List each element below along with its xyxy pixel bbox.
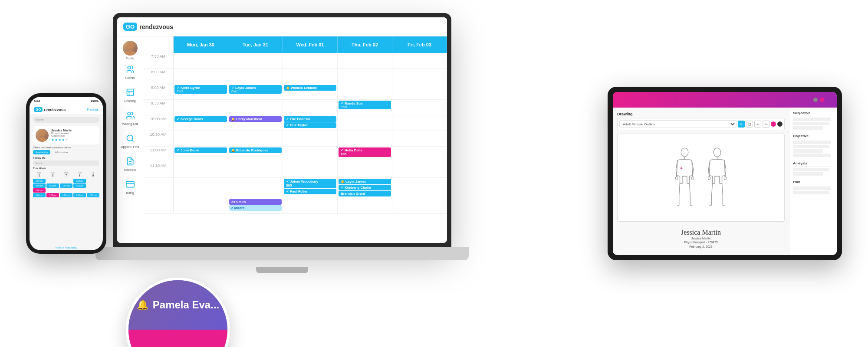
time-eve (143, 198, 174, 213)
tablet-side: Subjective Objective (789, 108, 837, 255)
cal-cell-thu-1100[interactable]: ✓ Holly Dalle $95 (338, 147, 392, 162)
appointment[interactable]: ✓ Kiera Byrne Paid (174, 85, 227, 94)
body-select[interactable]: Adult Female Outline (619, 120, 736, 128)
soap-objective-label: Objective (793, 134, 833, 139)
tablet-main: Drawing Adult Female Outline ✏ ◻ ↩ ↪ (613, 108, 789, 255)
cal-cell (338, 69, 392, 84)
apt-name: ✓ Elle Padeski (286, 117, 334, 121)
appointment[interactable]: ✓ Holly Dalle $95 (339, 147, 391, 157)
cal-cell (283, 131, 338, 146)
appointment[interactable]: 🔔 Eduardo Rodriguez (229, 147, 282, 153)
charting-icon (124, 86, 136, 98)
cal-cell-thu-pm[interactable]: 🔔 Layla James ✓ Kimberly Clarke Brendan … (338, 178, 392, 198)
cal-cell (228, 178, 283, 198)
appointment[interactable]: 🔔 Harry Mansfield (229, 116, 282, 122)
undo-tool[interactable]: ↩ (754, 121, 761, 128)
slot-item[interactable]: 9:00 am (73, 183, 86, 188)
sidebar-item-charting[interactable]: Charting (117, 83, 143, 106)
slot-item[interactable]: 1:00 pm (60, 183, 72, 188)
cal-cell-tue-900[interactable]: ✓ Layla James Paid (228, 84, 283, 99)
slot-empty (46, 179, 59, 183)
slot-item[interactable]: 5:00 pm (46, 183, 59, 188)
appointment[interactable]: ✓ Randa Sue Paid (339, 101, 391, 109)
apt-name: ✓ Paul Fuller (286, 190, 334, 193)
follow-up-select[interactable]: Select... (33, 160, 99, 166)
drawing-canvas (617, 134, 785, 222)
cal-cell-tue-1000[interactable]: 🔔 Harry Mansfield (228, 115, 283, 131)
tablet-screen: Drawing Adult Female Outline ✏ ◻ ↩ ↪ (613, 92, 837, 255)
tablet-header (613, 92, 837, 108)
sidebar-item-clients[interactable]: Clients (117, 60, 143, 83)
sidebar-item-receipts[interactable]: Receipts (117, 152, 143, 175)
apt-name: Brendan Grant (341, 192, 389, 196)
laptop-device: GO rendezvous Profile (113, 13, 451, 247)
day-wed: Wed7 (60, 171, 72, 177)
tab-information[interactable]: Information (52, 150, 70, 154)
appointment[interactable]: ✓ Erik Taylor (284, 122, 336, 128)
cal-cell-mon-1000[interactable]: ✓ George Davis (174, 115, 228, 131)
pencil-tool[interactable]: ✏ (738, 121, 745, 128)
slot-item[interactable]: 1:00 pm (33, 193, 46, 197)
appointment[interactable]: ✓ Johan Woodbury $95 (284, 179, 336, 188)
cal-cell-wed-900[interactable]: 🔔 William Leblanc (283, 84, 338, 99)
appointment[interactable]: ✓ Layla James Paid (229, 85, 282, 94)
appointment[interactable]: ✓ George Davis (174, 116, 227, 122)
slot-item[interactable]: 9:00 am (73, 179, 86, 183)
cal-cell-tue-1100[interactable]: 🔔 Eduardo Rodriguez (228, 147, 283, 162)
calendar-body: 7:30 AM 8:00 AM (143, 53, 447, 243)
color-pink-btn[interactable] (771, 121, 776, 127)
cal-cell (174, 162, 228, 177)
apt-sub: Paid (341, 105, 389, 108)
color-dark-btn[interactable] (777, 121, 783, 127)
svg-point-16 (681, 167, 683, 170)
soap-subjective-label: Subjective (793, 111, 833, 116)
redo-tool[interactable]: ↪ (763, 121, 769, 128)
cal-cell (392, 162, 447, 177)
soap-subjective: Subjective (793, 111, 833, 130)
soap-lines (793, 168, 833, 176)
cal-cell-mon-1100[interactable]: ✓ John Doule (174, 147, 228, 162)
appointment[interactable]: 🔔 Layla James (339, 179, 391, 184)
slot-item[interactable]: 3:00 pm (33, 183, 46, 188)
appointment[interactable]: 🔔 William Leblanc (284, 85, 336, 91)
day-mon: Mon5 (33, 171, 46, 177)
slot-item[interactable]: 2:00 pm (87, 193, 99, 197)
soap-analysis-label: Analysis (793, 161, 833, 167)
appointment[interactable]: ✓ Elle Padeski (284, 116, 336, 122)
cal-cell (283, 69, 338, 84)
cal-cell-wed-1000[interactable]: ✓ Elle Padeski ✓ Erik Taylor (283, 115, 338, 131)
slot-item[interactable]: 5:00 pm (46, 193, 59, 197)
slot-item[interactable]: 5:00 pm (33, 188, 46, 193)
cal-cell-wed-pm[interactable]: ✓ Johan Woodbury $95 ✓ Paul Fuller (283, 178, 338, 198)
sidebar-item-waiting[interactable]: Waiting List (117, 106, 143, 129)
appointment[interactable]: Brendan Grant (339, 191, 391, 196)
appointment[interactable]: ✓ John Doule (174, 147, 227, 153)
sidebar-label-waiting: Waiting List (122, 122, 138, 125)
view-all-link[interactable]: View All Availability (30, 245, 103, 250)
slot-item[interactable]: 2:00 pm (33, 179, 46, 183)
eraser-tool[interactable]: ◻ (746, 121, 753, 128)
tab-availability[interactable]: Availability (33, 150, 50, 154)
language-btn[interactable]: Français (87, 108, 99, 111)
cal-cell (338, 131, 392, 146)
phone-search[interactable]: search (33, 117, 99, 123)
cal-cell-tue-pm2[interactable]: es Smith e Moore (228, 198, 283, 213)
cal-cell-mon-900[interactable]: ✓ Kiera Byrne Paid (174, 84, 228, 99)
popup-top-name: Pamela Eva... (153, 299, 219, 311)
cal-cell-thu-930[interactable]: ✓ Randa Sue Paid (338, 100, 392, 115)
soap-objective: Objective (793, 134, 833, 157)
slot-item[interactable]: 1:00 pm (60, 193, 72, 197)
drawing-label: Drawing (617, 112, 785, 116)
svg-rect-10 (126, 181, 134, 187)
appointment[interactable]: ✓ Paul Fuller (284, 189, 336, 194)
appointment[interactable]: es Smith (229, 199, 282, 205)
tablet-dot-gray (813, 98, 818, 102)
day-thu: Thu8 (73, 171, 86, 177)
cal-header-empty (143, 36, 174, 53)
phone-logo: GO rendezvous (34, 107, 66, 112)
appointment[interactable]: e Moore (229, 205, 282, 211)
appointment[interactable]: ✓ Kimberly Clarke (339, 185, 391, 190)
sidebar-item-billing[interactable]: Billing (117, 175, 143, 198)
slot-item[interactable]: 9:00 am (73, 193, 86, 197)
sidebar-item-appointments[interactable]: Appoint. Find (117, 129, 143, 152)
